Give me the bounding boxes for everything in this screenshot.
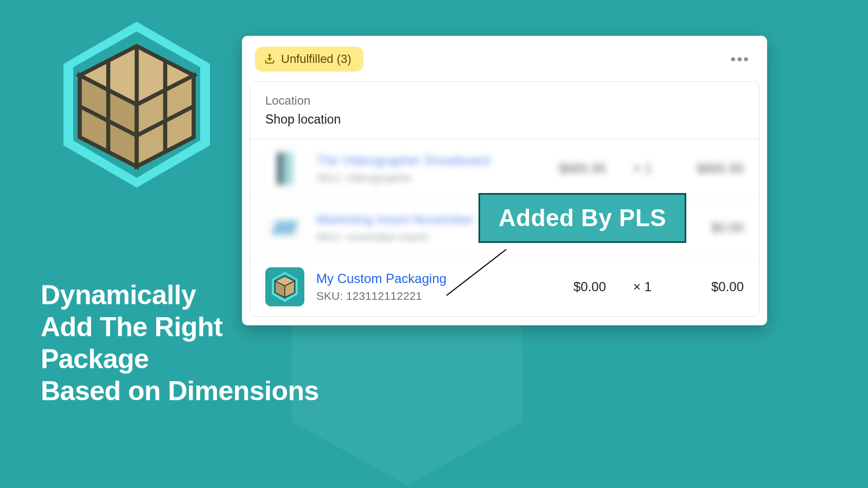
unfulfilled-icon (264, 53, 276, 65)
line-qty: × 1 (618, 161, 667, 176)
line-total: $0.00 (679, 220, 744, 235)
card-header: Unfulfilled (3) ••• (242, 36, 767, 81)
line-price: $885.95 (559, 161, 606, 176)
annotation-callout: Added By PLS (478, 193, 686, 243)
product-title[interactable]: My Custom Packaging (316, 271, 561, 286)
headline-line-3: Package (41, 343, 319, 375)
app-logo (55, 15, 218, 194)
line-price: $0.00 (573, 279, 606, 294)
more-actions-button[interactable]: ••• (727, 48, 753, 70)
line-qty: × 1 (618, 279, 667, 294)
location-value: Shop location (265, 112, 744, 127)
product-thumb (265, 208, 304, 247)
svg-point-11 (269, 54, 270, 55)
location-label: Location (265, 94, 744, 108)
line-item-row: The Videographer Snowboard SKU: videogra… (250, 139, 759, 198)
product-thumb (265, 149, 304, 188)
badge-label: Unfulfilled (3) (281, 52, 352, 66)
product-thumb-box-icon (265, 267, 304, 306)
line-total: $0.00 (679, 279, 744, 294)
location-section: Location Shop location (250, 82, 759, 139)
product-title[interactable]: The Videographer Snowboard (316, 153, 547, 168)
fulfillment-card: Unfulfilled (3) ••• Location Shop locati… (242, 36, 767, 325)
line-total: $885.95 (679, 161, 744, 176)
product-sku: SKU: videographer (316, 171, 547, 184)
line-item-row: My Custom Packaging SKU: 123112112221 $0… (250, 258, 759, 316)
product-sku: SKU: 123112112221 (316, 290, 561, 303)
unfulfilled-badge: Unfulfilled (3) (255, 47, 363, 72)
headline-line-4: Based on Dimensions (41, 375, 319, 407)
